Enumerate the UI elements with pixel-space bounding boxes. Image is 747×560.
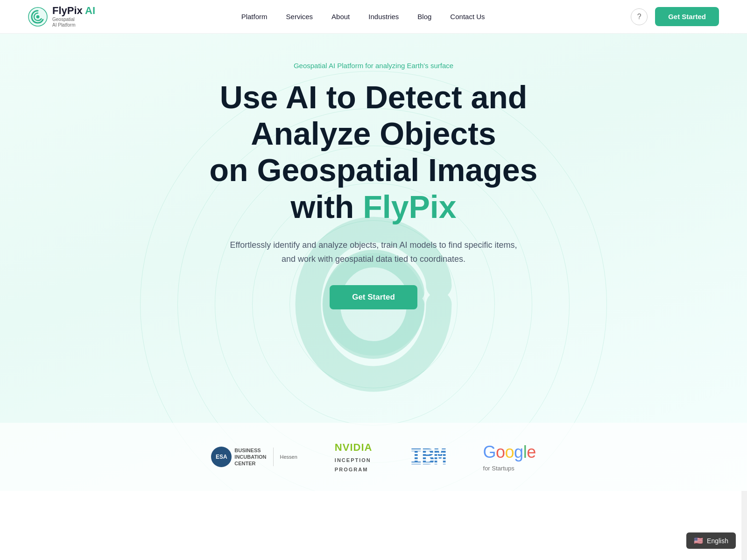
google-o2: o xyxy=(505,442,514,462)
get-started-button-nav[interactable]: Get Started xyxy=(655,7,719,26)
nav-link-services[interactable]: Services xyxy=(286,13,313,21)
partner-google: Google for Startups xyxy=(483,442,536,472)
help-button[interactable]: ? xyxy=(631,8,648,25)
nvidia-brand: NVIDIA xyxy=(335,441,373,454)
google-e2: e xyxy=(527,442,536,462)
hero-cta-button[interactable]: Get Started xyxy=(330,285,417,309)
nav-link-blog[interactable]: Blog xyxy=(417,13,431,21)
hero-content: Geospatial AI Platform for analyzing Ear… xyxy=(163,62,584,309)
ibm-brand: IBM xyxy=(409,444,445,469)
partners-section: ESA BUSINESSINCUBATIONCENTER Hessen NVID… xyxy=(0,423,747,491)
esa-logo-circle: ESA xyxy=(211,447,232,467)
google-g: G xyxy=(483,442,496,462)
esa-text-block: BUSINESSINCUBATIONCENTER xyxy=(234,447,266,467)
hero-tagline: Geospatial AI Platform for analyzing Ear… xyxy=(182,62,565,70)
logo-subtitle: GeospatialAI Platform xyxy=(52,17,95,28)
navbar-actions: ? Get Started xyxy=(631,7,719,26)
navbar: FlyPix AI GeospatialAI Platform Platform… xyxy=(0,0,747,34)
language-flag: 🇺🇸 xyxy=(694,536,703,545)
language-label: English xyxy=(707,537,728,545)
hero-title-accent: FlyPix xyxy=(363,189,456,224)
esa-label: BUSINESSINCUBATIONCENTER xyxy=(234,447,266,467)
svg-point-1 xyxy=(36,15,40,18)
partner-esa: ESA BUSINESSINCUBATIONCENTER Hessen xyxy=(211,447,297,467)
hero-title: Use AI to Detect and Analyze Objects on … xyxy=(182,79,565,225)
nav-links: Platform Services About Industries Blog … xyxy=(241,13,485,21)
partner-nvidia: NVIDIA INCEPTION PROGRAM xyxy=(335,441,373,472)
nav-link-about[interactable]: About xyxy=(331,13,350,21)
nvidia-inception: INCEPTION xyxy=(335,457,371,463)
google-subtitle: for Startups xyxy=(483,465,514,472)
language-selector[interactable]: 🇺🇸 English xyxy=(686,532,736,549)
hessen-label: Hessen xyxy=(280,454,297,460)
hero-section: Geospatial AI Platform for analyzing Ear… xyxy=(0,34,747,491)
logo-icon xyxy=(28,7,48,27)
logo-brand-name: FlyPix AI xyxy=(52,5,95,16)
esa-divider xyxy=(273,448,274,466)
google-e: l xyxy=(523,442,527,462)
google-o1: o xyxy=(496,442,505,462)
hero-description: Effortlessly identify and analyze object… xyxy=(229,238,518,266)
google-brand: Google xyxy=(483,442,536,462)
nav-link-platform[interactable]: Platform xyxy=(241,13,268,21)
help-icon: ? xyxy=(637,13,641,21)
logo-text: FlyPix AI GeospatialAI Platform xyxy=(52,5,95,28)
logo[interactable]: FlyPix AI GeospatialAI Platform xyxy=(28,5,95,28)
hero-title-part1: Use AI to Detect and Analyze Objects xyxy=(220,79,528,151)
nvidia-program: PROGRAM xyxy=(335,467,368,472)
google-gl: g xyxy=(514,442,523,462)
nav-link-contact[interactable]: Contact Us xyxy=(450,13,485,21)
nav-link-industries[interactable]: Industries xyxy=(368,13,399,21)
partner-ibm: IBM xyxy=(409,444,445,469)
